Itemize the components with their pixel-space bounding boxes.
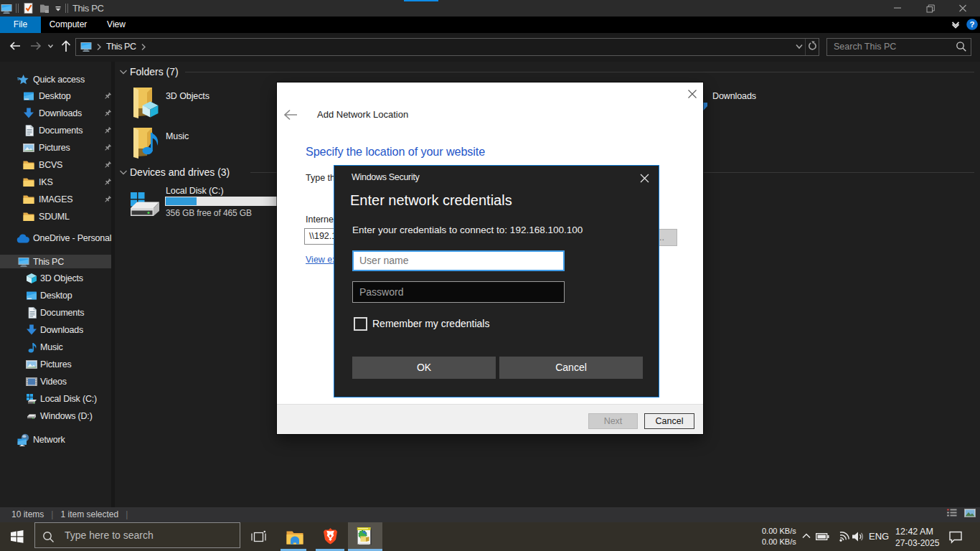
svg-text:?: ? — [969, 20, 974, 29]
